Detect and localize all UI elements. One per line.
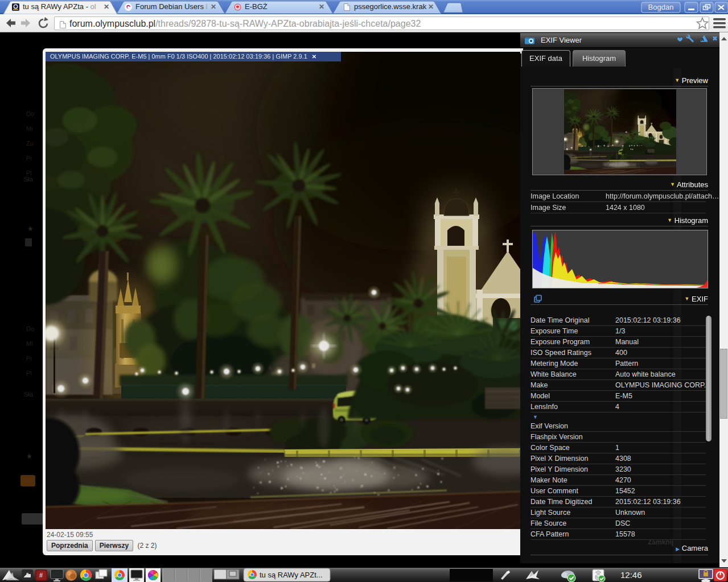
svg-text:12:46: 12:46 [620, 570, 642, 580]
svg-text:✕: ✕ [319, 3, 324, 11]
svg-text:pssegorlice.wsse.krak: pssegorlice.wsse.krak [354, 2, 427, 11]
svg-text:Bogdan: Bogdan [648, 3, 674, 11]
svg-text:EXIF Viewer: EXIF Viewer [541, 36, 582, 44]
svg-text:E-BGŻ: E-BGŻ [245, 2, 268, 11]
svg-text:tu są RAWy APZta - ol: tu są RAWy APZta - ol [23, 2, 96, 11]
svg-text:✕: ✕ [104, 3, 109, 11]
svg-text:✕: ✕ [211, 3, 216, 11]
svg-text:Forum Debian Users l: Forum Debian Users l [135, 2, 208, 11]
svg-text:tu są RAWy APZt...: tu są RAWy APZt... [260, 571, 323, 579]
svg-text:✕: ✕ [428, 3, 434, 11]
svg-text:#: # [39, 572, 43, 579]
svg-text:A: A [701, 37, 705, 42]
